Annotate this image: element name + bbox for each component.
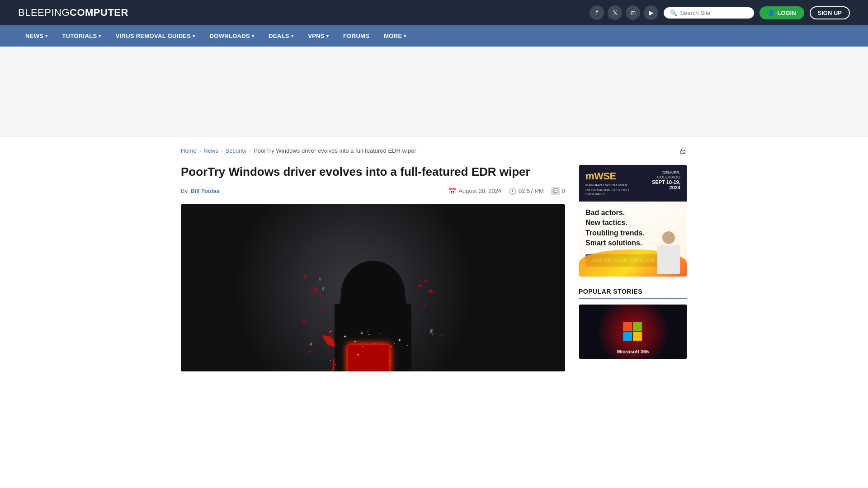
- main-nav: NEWS ▾ TUTORIALS ▾ VIRUS REMOVAL GUIDES …: [0, 25, 868, 47]
- breadcrumb-current: PoorTry Windows driver evolves into a fu…: [254, 147, 416, 154]
- user-icon: 👤: [768, 9, 775, 16]
- main-container: Home › News › Security › PoorTry Windows…: [163, 137, 705, 380]
- popular-stories-title: POPULAR STORIES: [579, 288, 687, 299]
- mwise-suffix: SE: [603, 170, 616, 182]
- nav-item-more[interactable]: MORE ▾: [377, 25, 414, 47]
- article-time: 🕐 02:57 PM: [509, 188, 544, 195]
- chevron-down-icon: ▾: [291, 33, 293, 38]
- nav-label-vpns: VPNS: [308, 33, 325, 39]
- site-logo[interactable]: BLEEPINGCOMPUTER: [18, 7, 128, 19]
- nav-label-forums: FORUMS: [343, 33, 369, 39]
- ad-bold-line: Smart solutions.: [585, 239, 642, 247]
- popular-stories-section: POPULAR STORIES: [579, 288, 687, 359]
- comments-number: 0: [562, 188, 565, 194]
- login-button[interactable]: 👤 LOGIN: [760, 6, 804, 19]
- calendar-icon: 📅: [448, 188, 456, 195]
- nav-item-tutorials[interactable]: TUTORIALS ▾: [55, 25, 108, 47]
- popular-story-card[interactable]: [579, 304, 687, 359]
- logo-regular: BLEEPING: [18, 7, 70, 18]
- mwise-brand-text: mW: [585, 170, 603, 182]
- comment-count[interactable]: 💬 0: [551, 187, 565, 195]
- youtube-icon[interactable]: ▶: [644, 5, 658, 20]
- breadcrumb-sep-3: ›: [250, 148, 251, 154]
- site-header: BLEEPINGCOMPUTER f 𝕏 m ▶ 🔍 👤 LOGIN SIGN …: [0, 0, 868, 25]
- signup-label: SIGN UP: [818, 9, 842, 16]
- ad-banner-top: mWSE MANDIANT WORLDWIDE INFORMATION SECU…: [579, 165, 687, 202]
- twitter-icon[interactable]: 𝕏: [608, 5, 622, 20]
- time-text: 02:57 PM: [519, 188, 544, 194]
- hero-canvas: [181, 204, 565, 371]
- nav-label-virus: VIRUS REMOVAL GUIDES: [116, 33, 191, 39]
- login-label: LOGIN: [777, 9, 796, 16]
- signup-button[interactable]: SIGN UP: [810, 6, 850, 19]
- sidebar-ad-banner: mWSE MANDIANT WORLDWIDE INFORMATION SECU…: [579, 164, 687, 277]
- chevron-down-icon: ▾: [193, 33, 195, 38]
- ad-line1: Bad actors.: [585, 208, 680, 218]
- person-body: [657, 245, 680, 274]
- chevron-down-icon: ▾: [99, 33, 101, 38]
- mwise-location: DENVER, COLORADO: [643, 170, 680, 179]
- breadcrumb: Home › News › Security › PoorTry Windows…: [181, 146, 687, 155]
- person-silhouette: [653, 231, 684, 277]
- ad-person-image: [651, 227, 687, 277]
- nav-item-vpns[interactable]: VPNS ▾: [301, 25, 336, 47]
- nav-item-deals[interactable]: DEALS ▾: [261, 25, 301, 47]
- chevron-down-icon: ▾: [326, 33, 329, 38]
- person-head: [662, 231, 675, 244]
- search-input[interactable]: [680, 9, 748, 16]
- nav-label-more: MORE: [384, 33, 402, 39]
- nav-item-forums[interactable]: FORUMS: [336, 25, 377, 47]
- breadcrumb-sep-1: ›: [199, 148, 201, 154]
- nav-item-downloads[interactable]: DOWNLOADS ▾: [203, 25, 262, 47]
- article-sidebar: mWSE MANDIANT WORLDWIDE INFORMATION SECU…: [579, 164, 687, 371]
- search-icon: 🔍: [670, 9, 677, 16]
- nav-label-tutorials: TUTORIALS: [62, 33, 97, 39]
- article-title: PoorTry Windows driver evolves into a fu…: [181, 164, 565, 180]
- breadcrumb-sep-2: ›: [221, 148, 223, 154]
- nav-label-downloads: DOWNLOADS: [210, 33, 250, 39]
- nav-label-news: NEWS: [25, 33, 43, 39]
- article-meta: By Bill Toulas 📅 August 28, 2024 🕐 02:57…: [181, 187, 565, 195]
- date-text: August 28, 2024: [458, 188, 501, 194]
- by-label: By: [181, 188, 188, 194]
- mastodon-icon[interactable]: m: [626, 5, 640, 20]
- print-icon[interactable]: 🖨: [679, 146, 687, 155]
- logo-bold: COMPUTER: [70, 7, 128, 18]
- chevron-down-icon: ▾: [45, 33, 47, 38]
- mwise-dates: SEPT 18-19, 2024: [643, 179, 680, 190]
- ad-banner-body: Bad actors. New tactics. Troubling trend…: [579, 202, 687, 277]
- breadcrumb-news[interactable]: News: [203, 147, 218, 154]
- mwise-branding: mWSE MANDIANT WORLDWIDE INFORMATION SECU…: [585, 170, 643, 196]
- facebook-icon[interactable]: f: [590, 5, 604, 20]
- search-bar: 🔍: [664, 7, 754, 19]
- social-icons: f 𝕏 m ▶: [590, 5, 658, 20]
- mwise-logo: mWSE: [585, 170, 643, 182]
- article-meta-right: 📅 August 28, 2024 🕐 02:57 PM 💬 0: [448, 187, 565, 195]
- mwise-date-block: DENVER, COLORADO SEPT 18-19, 2024: [643, 170, 680, 190]
- nav-item-virus[interactable]: VIRUS REMOVAL GUIDES ▾: [108, 25, 203, 47]
- breadcrumb-home[interactable]: Home: [181, 147, 197, 154]
- popular-story-image: [579, 305, 687, 359]
- author-link[interactable]: Bill Toulas: [190, 188, 220, 194]
- article-main: PoorTry Windows driver evolves into a fu…: [181, 164, 565, 371]
- nav-label-deals: DEALS: [269, 33, 289, 39]
- story-img-canvas: [579, 305, 687, 359]
- mwise-org-name: MANDIANT WORLDWIDE: [585, 183, 643, 187]
- article-layout: PoorTry Windows driver evolves into a fu…: [181, 164, 687, 371]
- article-meta-left: By Bill Toulas: [181, 188, 220, 194]
- comment-bubble: 💬: [551, 187, 560, 195]
- chevron-down-icon: ▾: [404, 33, 406, 38]
- breadcrumb-security[interactable]: Security: [226, 147, 247, 154]
- article-hero-image: [181, 204, 565, 371]
- clock-icon: 🕐: [509, 188, 516, 195]
- header-right: f 𝕏 m ▶ 🔍 👤 LOGIN SIGN UP: [590, 5, 850, 20]
- chevron-down-icon: ▾: [252, 33, 254, 38]
- top-ad-banner: [0, 47, 868, 137]
- mwise-org-sub: INFORMATION SECURITY EXCHANGE: [585, 188, 643, 196]
- article-date: 📅 August 28, 2024: [448, 188, 501, 195]
- nav-item-news[interactable]: NEWS ▾: [18, 25, 55, 47]
